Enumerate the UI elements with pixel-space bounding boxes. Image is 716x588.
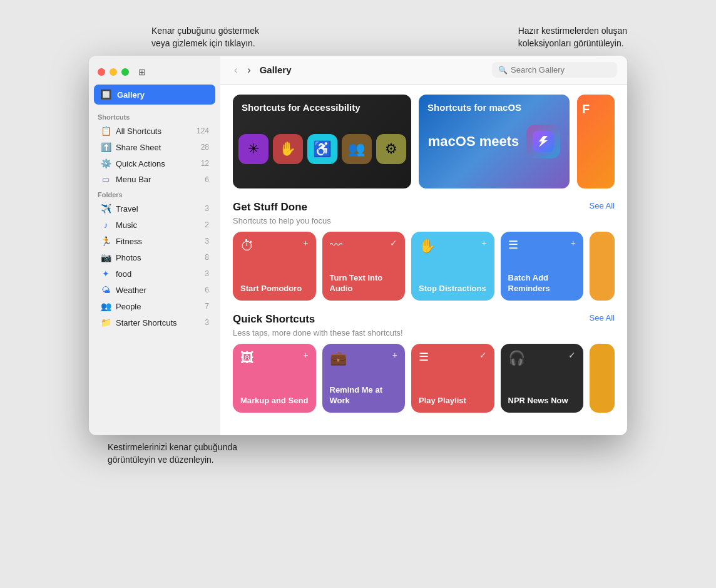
fitness-icon: 🏃 bbox=[100, 236, 111, 246]
partial-label: F bbox=[577, 95, 615, 124]
annotation-top-right: Hazır kestirmelerden oluşan koleksiyonla… bbox=[518, 25, 627, 49]
hero-macos-card[interactable]: Shortcuts for macOS macOS meets bbox=[419, 95, 570, 188]
sidebar-item-gallery[interactable]: 🔲 Gallery bbox=[94, 85, 215, 105]
card-top-playlist: ☰ ✓ bbox=[419, 350, 487, 364]
acc-icon-6: ⚙ bbox=[376, 134, 406, 164]
card-top: ⏱ + bbox=[240, 238, 309, 254]
card-turn-text-audio[interactable]: 〰 ✓ Turn Text Into Audio bbox=[322, 232, 406, 301]
sidebar-toggle-icon[interactable]: ⊞ bbox=[138, 67, 146, 77]
quick-shortcuts-title: Quick Shortcuts bbox=[233, 313, 315, 326]
share-sheet-count: 28 bbox=[201, 143, 209, 152]
search-input[interactable] bbox=[511, 65, 611, 75]
get-stuff-done-title: Get Stuff Done bbox=[233, 201, 307, 214]
sidebar-item-food[interactable]: ✦ food 3 bbox=[91, 266, 218, 282]
minimize-button[interactable] bbox=[110, 68, 117, 76]
all-shortcuts-count: 124 bbox=[197, 126, 209, 135]
distractions-icon: ✋ bbox=[419, 238, 436, 254]
distractions-action: + bbox=[481, 238, 486, 248]
sidebar: ⊞ 🔲 Gallery Shortcuts 📋 All Shortcuts 12… bbox=[89, 56, 220, 435]
quick-shortcuts-see-all[interactable]: See All bbox=[590, 313, 615, 322]
pomodoro-icon: ⏱ bbox=[240, 238, 254, 254]
hero-accessibility-card[interactable]: Shortcuts for Accessibility ✳ ✋ ♿ 👥 ⚙ bbox=[233, 95, 411, 188]
hero-row: Shortcuts for Accessibility ✳ ✋ ♿ 👥 ⚙ Sh… bbox=[233, 95, 615, 188]
travel-label: Travel bbox=[116, 204, 205, 214]
markup-title: Markup and Send bbox=[240, 396, 309, 406]
card-play-playlist[interactable]: ☰ ✓ Play Playlist bbox=[411, 344, 494, 413]
sidebar-item-starter-shortcuts[interactable]: 📁 Starter Shortcuts 3 bbox=[91, 314, 218, 331]
shortcuts-app-icon bbox=[526, 125, 560, 158]
forward-button[interactable]: › bbox=[243, 63, 254, 77]
photos-count: 8 bbox=[205, 253, 209, 262]
toolbar-title: Gallery bbox=[260, 64, 292, 75]
close-button[interactable] bbox=[98, 68, 105, 76]
card-start-pomodoro[interactable]: ⏱ + Start Pomodoro bbox=[233, 232, 316, 301]
sidebar-item-fitness[interactable]: 🏃 Fitness 3 bbox=[91, 233, 218, 249]
sidebar-item-menu-bar[interactable]: ▭ Menu Bar 6 bbox=[91, 172, 218, 187]
titlebar: ⊞ bbox=[89, 62, 220, 85]
acc-icon-1: ✳ bbox=[238, 134, 268, 164]
sidebar-item-share-sheet[interactable]: ⬆️ Share Sheet 28 bbox=[91, 139, 218, 155]
macos-title: Shortcuts for macOS bbox=[427, 102, 521, 113]
card-stop-distractions[interactable]: ✋ + Stop Distractions bbox=[411, 232, 494, 301]
photos-label: Photos bbox=[116, 253, 205, 262]
quick-shortcuts-subtitle: Less taps, more done with these fast sho… bbox=[233, 328, 615, 338]
acc-icon-5: 👥 bbox=[342, 134, 372, 164]
get-stuff-done-header: Get Stuff Done See All bbox=[233, 201, 615, 214]
sidebar-item-quick-actions[interactable]: ⚙️ Quick Actions 12 bbox=[91, 155, 218, 172]
card-partial-quick bbox=[590, 344, 615, 413]
gallery-icon: 🔲 bbox=[100, 89, 112, 100]
card-top-distractions: ✋ + bbox=[419, 238, 487, 254]
music-label: Music bbox=[116, 220, 205, 230]
audio-title: Turn Text Into Audio bbox=[330, 273, 398, 294]
photos-icon: 📷 bbox=[100, 252, 111, 262]
card-markup-send[interactable]: 🖼 + Markup and Send bbox=[233, 344, 316, 413]
distractions-title: Stop Distractions bbox=[419, 284, 487, 294]
reminders-action: + bbox=[571, 238, 576, 248]
people-count: 7 bbox=[205, 302, 209, 311]
npr-action: ✓ bbox=[568, 350, 576, 360]
travel-icon: ✈️ bbox=[100, 204, 111, 214]
fitness-count: 3 bbox=[205, 237, 209, 245]
fitness-label: Fitness bbox=[116, 237, 205, 246]
card-top-npr: 🎧 ✓ bbox=[508, 350, 576, 366]
annotation-top: Kenar çubuğunu göstermek veya gizlemek i… bbox=[89, 25, 627, 49]
sidebar-item-music[interactable]: ♪ Music 2 bbox=[91, 217, 218, 233]
annotation-bottom: Kestirmelerinizi kenar çubuğunda görüntü… bbox=[89, 441, 627, 466]
card-npr-news[interactable]: 🎧 ✓ NPR News Now bbox=[501, 344, 584, 413]
food-count: 3 bbox=[205, 269, 209, 278]
sidebar-section-shortcuts: Shortcuts bbox=[89, 110, 220, 123]
sidebar-item-weather[interactable]: 🌤 Weather 6 bbox=[91, 282, 218, 298]
sidebar-gallery-label: Gallery bbox=[117, 90, 145, 100]
gallery-scroll[interactable]: Shortcuts for Accessibility ✳ ✋ ♿ 👥 ⚙ Sh… bbox=[220, 85, 627, 435]
annotation-top-left: Kenar çubuğunu göstermek veya gizlemek i… bbox=[151, 25, 259, 49]
maximize-button[interactable] bbox=[121, 68, 129, 76]
sidebar-section-folders: Folders bbox=[89, 187, 220, 200]
reminders-title: Batch Add Reminders bbox=[508, 273, 576, 294]
card-top-markup: 🖼 + bbox=[240, 350, 309, 366]
markup-icon: 🖼 bbox=[240, 350, 254, 366]
search-bar[interactable]: 🔍 bbox=[492, 62, 617, 78]
sidebar-item-people[interactable]: 👥 People 7 bbox=[91, 298, 218, 314]
acc-icon-2: ✋ bbox=[273, 134, 303, 164]
sidebar-item-photos[interactable]: 📷 Photos 8 bbox=[91, 249, 218, 266]
get-stuff-done-subtitle: Shortcuts to help you focus bbox=[233, 216, 615, 225]
get-stuff-done-section: Get Stuff Done See All Shortcuts to help… bbox=[233, 201, 615, 301]
get-stuff-done-see-all[interactable]: See All bbox=[590, 201, 615, 210]
hero-macos-text: macOS meets bbox=[428, 133, 519, 150]
pomodoro-action: + bbox=[303, 238, 308, 248]
all-shortcuts-icon: 📋 bbox=[100, 126, 111, 136]
card-top-remind-work: 💼 + bbox=[330, 350, 398, 366]
quick-actions-count: 12 bbox=[201, 159, 209, 168]
music-icon: ♪ bbox=[100, 220, 111, 230]
reminders-icon: ☰ bbox=[508, 238, 518, 252]
back-button[interactable]: ‹ bbox=[230, 63, 241, 77]
card-batch-reminders[interactable]: ☰ + Batch Add Reminders bbox=[501, 232, 584, 301]
music-count: 2 bbox=[205, 220, 209, 229]
sidebar-item-travel[interactable]: ✈️ Travel 3 bbox=[91, 200, 218, 217]
npr-title: NPR News Now bbox=[508, 396, 576, 406]
weather-label: Weather bbox=[116, 286, 205, 295]
card-remind-work[interactable]: 💼 + Remind Me at Work bbox=[322, 344, 406, 413]
food-icon: ✦ bbox=[100, 269, 111, 279]
sidebar-item-all-shortcuts[interactable]: 📋 All Shortcuts 124 bbox=[91, 123, 218, 139]
menu-bar-icon: ▭ bbox=[100, 175, 111, 184]
